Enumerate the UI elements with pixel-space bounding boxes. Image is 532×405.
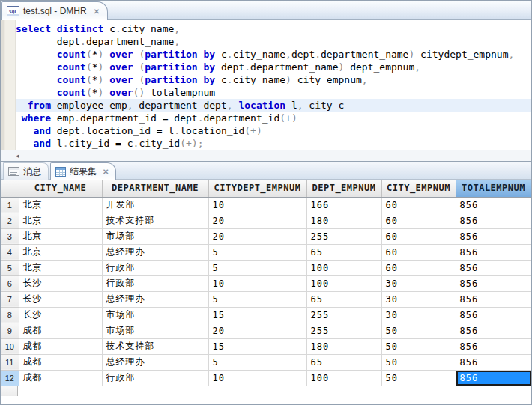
- cell[interactable]: 856: [456, 275, 531, 291]
- cell[interactable]: 856: [456, 354, 531, 370]
- row-number[interactable]: 2: [1, 213, 19, 228]
- column-header-dept_empnum[interactable]: DEPT_EMPNUM: [306, 180, 381, 197]
- column-header-city_empnum[interactable]: CITY_EMPNUM: [381, 180, 456, 197]
- cell[interactable]: 市场部: [102, 307, 208, 323]
- cell[interactable]: 60: [381, 213, 456, 228]
- column-header-department_name[interactable]: DEPARTMENT_NAME: [102, 180, 208, 197]
- cell[interactable]: 100: [306, 275, 381, 291]
- cell[interactable]: 60: [381, 244, 456, 260]
- cell[interactable]: 成都: [19, 338, 102, 354]
- sql-editor[interactable]: select distinct c.city_name, dept.depart…: [1, 20, 531, 150]
- row-number[interactable]: 8: [1, 307, 19, 323]
- cell[interactable]: 856: [456, 323, 531, 338]
- cell[interactable]: 总经理办: [102, 354, 208, 370]
- column-header-city_name[interactable]: CITY_NAME: [19, 180, 102, 197]
- cell[interactable]: 60: [381, 228, 456, 244]
- cell[interactable]: 10: [208, 197, 306, 213]
- cell[interactable]: 行政部: [102, 260, 208, 275]
- cell[interactable]: 5: [208, 291, 306, 307]
- cell[interactable]: 总经理办: [102, 244, 208, 260]
- cell[interactable]: 10: [208, 275, 306, 291]
- column-header-citydept_empnum[interactable]: CITYDEPT_EMPNUM: [208, 180, 306, 197]
- cell[interactable]: 65: [306, 291, 381, 307]
- cell[interactable]: 15: [208, 307, 306, 323]
- cell[interactable]: 30: [381, 275, 456, 291]
- row-number[interactable]: 12: [1, 370, 19, 386]
- cell[interactable]: 成都: [19, 323, 102, 338]
- cell[interactable]: 50: [381, 338, 456, 354]
- cell[interactable]: 100: [306, 260, 381, 275]
- cell[interactable]: 长沙: [19, 275, 102, 291]
- close-icon[interactable]: ✕: [103, 168, 109, 176]
- cell[interactable]: 成都: [19, 354, 102, 370]
- close-icon[interactable]: ✕: [94, 7, 100, 16]
- cell[interactable]: 北京: [19, 228, 102, 244]
- cell[interactable]: 5: [208, 354, 306, 370]
- cell[interactable]: 20: [208, 323, 306, 338]
- cell[interactable]: 60: [381, 197, 456, 213]
- cell[interactable]: 180: [306, 213, 381, 228]
- cell[interactable]: 20: [208, 228, 306, 244]
- row-number[interactable]: 1: [1, 197, 19, 213]
- cell[interactable]: 开发部: [102, 197, 208, 213]
- scroll-left-arrow-icon[interactable]: ◂: [16, 153, 19, 159]
- cell[interactable]: 长沙: [19, 291, 102, 307]
- code-line[interactable]: and l.city_id = c.city_id(+);: [16, 137, 531, 150]
- cell[interactable]: 50: [381, 354, 456, 370]
- cell[interactable]: 北京: [19, 244, 102, 260]
- row-number[interactable]: 10: [1, 338, 19, 354]
- code-line[interactable]: select distinct c.city_name,: [16, 22, 531, 35]
- tab-resultset[interactable]: 结果集 ✕: [50, 162, 116, 180]
- cell[interactable]: 15: [208, 338, 306, 354]
- cell[interactable]: 856: [456, 307, 531, 323]
- row-number[interactable]: 9: [1, 323, 19, 338]
- code-line-current[interactable]: from employee emp, department dept, loca…: [16, 99, 531, 112]
- cell[interactable]: 65: [306, 354, 381, 370]
- row-number[interactable]: 7: [1, 291, 19, 307]
- tab-messages[interactable]: 消息: [3, 162, 49, 180]
- cell[interactable]: 50: [381, 370, 456, 386]
- code-line[interactable]: count(*) over (partition by dept.departm…: [16, 61, 531, 73]
- column-header-totalempnum[interactable]: TOTALEMPNUM: [456, 180, 531, 197]
- row-number[interactable]: 4: [1, 244, 19, 260]
- row-number[interactable]: 5: [1, 260, 19, 275]
- cell[interactable]: 50: [381, 323, 456, 338]
- cell[interactable]: 行政部: [102, 370, 208, 386]
- cell[interactable]: 255: [306, 323, 381, 338]
- code-line[interactable]: where emp.department_id = dept.departmen…: [16, 112, 531, 124]
- cell[interactable]: 北京: [19, 197, 102, 213]
- code-area[interactable]: select distinct c.city_name, dept.depart…: [16, 20, 531, 150]
- cell[interactable]: 856: [456, 213, 531, 228]
- editor-hscrollbar[interactable]: ◂: [1, 150, 531, 161]
- cell[interactable]: 市场部: [102, 323, 208, 338]
- cell[interactable]: 5: [208, 260, 306, 275]
- cell[interactable]: 100: [306, 370, 381, 386]
- code-line[interactable]: count(*) over (partition by c.city_name,…: [16, 48, 531, 61]
- cell[interactable]: 技术支持部: [102, 338, 208, 354]
- cell[interactable]: 60: [381, 260, 456, 275]
- cell[interactable]: 10: [208, 370, 306, 386]
- cell[interactable]: 市场部: [102, 228, 208, 244]
- code-line[interactable]: and dept.location_id = l.location_id(+): [16, 124, 531, 137]
- grid-corner-cell[interactable]: [1, 180, 19, 197]
- cell[interactable]: 北京: [19, 260, 102, 275]
- cell[interactable]: 总经理办: [102, 291, 208, 307]
- cell[interactable]: 30: [381, 291, 456, 307]
- row-number[interactable]: 6: [1, 275, 19, 291]
- cell[interactable]: 北京: [19, 213, 102, 228]
- cell[interactable]: 30: [381, 307, 456, 323]
- cell[interactable]: 行政部: [102, 275, 208, 291]
- cell[interactable]: 成都: [19, 370, 102, 386]
- cell[interactable]: 65: [306, 244, 381, 260]
- selected-cell[interactable]: 856: [456, 370, 531, 386]
- cell[interactable]: 856: [456, 338, 531, 354]
- cell[interactable]: 5: [208, 244, 306, 260]
- code-line[interactable]: count(*) over() totalempnum: [16, 86, 531, 99]
- cell[interactable]: 856: [456, 228, 531, 244]
- cell[interactable]: 20: [208, 213, 306, 228]
- code-line[interactable]: count(*) over (partition by c.city_name)…: [16, 73, 531, 86]
- cell[interactable]: 技术支持部: [102, 213, 208, 228]
- cell[interactable]: 856: [456, 197, 531, 213]
- cell[interactable]: 255: [306, 228, 381, 244]
- code-line[interactable]: dept.department_name,: [16, 35, 531, 48]
